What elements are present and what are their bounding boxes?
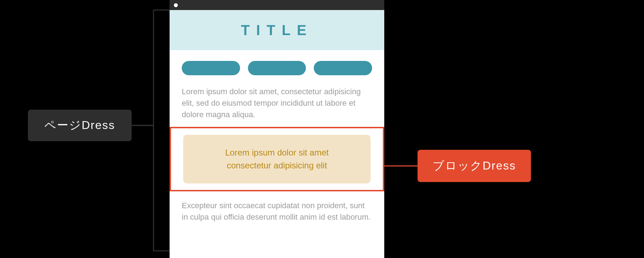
nav-pill	[182, 61, 240, 75]
page-mockup: TITLE Lorem ipsum dolor sit amet, consec…	[170, 0, 384, 258]
block-dress-label-text: ブロックDress	[433, 158, 516, 174]
highlighted-block-line2: consectetur adipisicing elit	[227, 161, 327, 170]
nav-pill	[248, 61, 306, 75]
diagram-canvas: ページDress ブロックDress TITLE Lorem ipsum dol…	[0, 0, 644, 258]
highlighted-block: Lorem ipsum dolor sit amet consectetur a…	[183, 135, 371, 183]
body-paragraph-1: Lorem ipsum dolor sit amet, consectetur …	[182, 86, 372, 120]
nav-pills	[182, 61, 372, 75]
highlighted-block-line1: Lorem ipsum dolor sit amet	[225, 148, 328, 157]
page-dress-label: ページDress	[28, 110, 132, 141]
highlighted-block-outline: Lorem ipsum dolor sit amet consectetur a…	[170, 127, 384, 191]
body-paragraph-2: Excepteur sint occaecat cupidatat non pr…	[182, 200, 372, 223]
page-title: TITLE	[241, 22, 313, 38]
page-dress-label-text: ページDress	[44, 118, 115, 133]
browser-titlebar	[170, 0, 384, 10]
page-title-band: TITLE	[170, 10, 384, 50]
block-dress-label: ブロックDress	[418, 150, 531, 182]
window-dot-icon	[174, 3, 178, 7]
page-content: Lorem ipsum dolor sit amet, consectetur …	[170, 50, 384, 258]
nav-pill	[314, 61, 372, 75]
highlighted-block-text: Lorem ipsum dolor sit amet consectetur a…	[193, 146, 361, 172]
